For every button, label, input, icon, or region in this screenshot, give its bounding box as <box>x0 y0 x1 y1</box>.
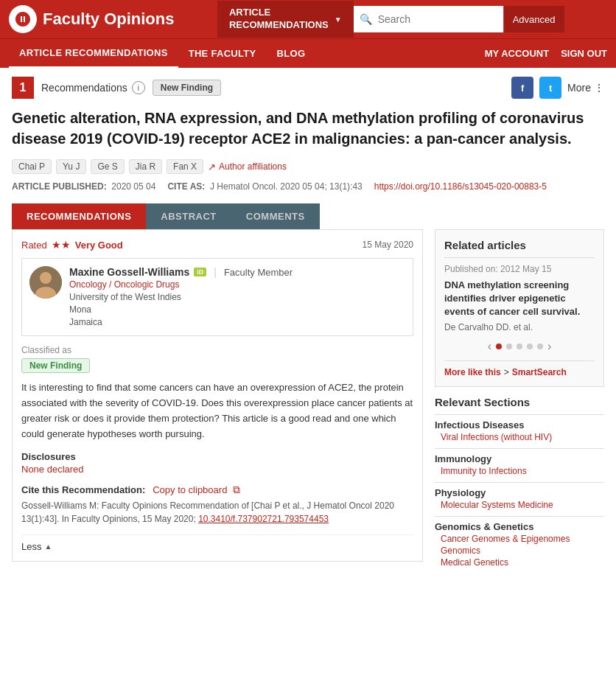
carousel-prev[interactable]: ‹ <box>488 340 491 353</box>
faculty-name: Maxine Gossell-Williams <box>69 266 189 278</box>
smart-search-link[interactable]: SmartSearch <box>512 367 567 377</box>
svg-point-1 <box>40 272 52 284</box>
disclosures-value: None declared <box>21 464 413 475</box>
tab-comments[interactable]: COMMENTS <box>231 203 320 229</box>
more-like-this-link[interactable]: More like this <box>444 367 501 377</box>
tab-abstract[interactable]: ABSTRACT <box>146 203 231 229</box>
doi-link[interactable]: https://doi.org/10.1186/s13045-020-00883… <box>374 181 547 192</box>
carousel-dot-4[interactable] <box>527 344 533 349</box>
rec-card: Rated ★★ Very Good 15 May 2020 <box>12 229 423 562</box>
rating-text: Very Good <box>75 240 123 251</box>
article-rec-label: ARTICLERECOMMENDATIONS <box>229 7 329 32</box>
external-link-icon: ↗ <box>208 161 216 172</box>
sign-out-link[interactable]: SIGN OUT <box>561 48 607 59</box>
search-input[interactable] <box>378 13 503 25</box>
relevant-sections-title: Relevant Sections <box>435 396 604 408</box>
copy-icon[interactable]: ⧉ <box>233 484 240 495</box>
cat-infectious: Infectious Diseases <box>435 414 604 430</box>
carousel-dot-5[interactable] <box>537 344 543 349</box>
authors-row: Chai P Yu J Ge S Jia R Fan X ↗ Author af… <box>12 159 604 174</box>
cite-text: Gossell-Williams M: Faculty Opinions Rec… <box>21 499 413 526</box>
faculty-name-row: Maxine Gossell-Williams iD | Faculty Mem… <box>69 266 405 278</box>
article-rec-dropdown[interactable]: ARTICLERECOMMENDATIONS ▼ <box>217 1 354 38</box>
facebook-button[interactable]: f <box>511 77 533 99</box>
classified-label: Classified as <box>21 345 413 355</box>
article-title: Genetic alteration, RNA expression, and … <box>12 108 604 149</box>
nav-item-faculty[interactable]: THE FACULTY <box>178 39 267 69</box>
more-button[interactable]: More ⋮ <box>567 82 604 94</box>
info-icon[interactable]: i <box>132 81 145 94</box>
subcat-medical-genetics[interactable]: Medical Genetics <box>435 557 604 568</box>
subcat-genomics[interactable]: Genomics <box>435 545 604 556</box>
cite-as: CITE AS: J Hematol Oncol. 2020 05 04; 13… <box>167 181 362 192</box>
cite-this-label: Cite this Recommendation: <box>21 484 145 495</box>
subcat-viral[interactable]: Viral Infections (without HIV) <box>435 432 604 442</box>
my-account-link[interactable]: MY ACCOUNT <box>485 48 549 59</box>
tab-recommendations[interactable]: RECOMMENDATIONS <box>12 203 146 229</box>
faculty-role: Faculty Member <box>224 267 293 278</box>
cat-genomics: Genomics & Genetics <box>435 516 604 532</box>
content-wrap: 1 Recommendations i New Finding f t More… <box>0 68 616 578</box>
top-header: Faculty Opinions ARTICLERECOMMENDATIONS … <box>0 0 616 38</box>
related-articles-title: Related articles <box>444 239 595 251</box>
two-col-layout: Rated ★★ Very Good 15 May 2020 <box>12 229 604 569</box>
subcat-cancer-genomes[interactable]: Cancer Genomes & Epigenomes <box>435 534 604 544</box>
faculty-affiliation: University of the West Indies Mona Jamai… <box>69 291 405 328</box>
copy-to-clipboard-link[interactable]: Copy to clipboard <box>153 484 227 495</box>
rec-count: 1 <box>12 77 34 99</box>
disclosures-label: Disclosures <box>21 451 413 462</box>
faculty-avatar <box>29 266 62 299</box>
author-ge: Ge S <box>91 159 124 174</box>
logo-area: Faculty Opinions <box>9 5 174 33</box>
related-pub-date: Published on: 2012 May 15 <box>444 257 595 274</box>
author-affiliations-link[interactable]: ↗ Author affiliations <box>208 161 287 172</box>
carousel-dot-3[interactable] <box>517 344 522 349</box>
rated-row: Rated ★★ Very Good <box>21 239 123 251</box>
carousel-dot-2[interactable] <box>506 344 512 349</box>
relevant-sections: Relevant Sections Infectious Diseases Vi… <box>435 396 604 568</box>
orcid-badge: iD <box>194 268 206 276</box>
more-like-row: More like this > SmartSearch <box>444 360 595 377</box>
twitter-button[interactable]: t <box>539 77 561 99</box>
author-jia: Jia R <box>129 159 162 174</box>
nav-item-blog[interactable]: BLOG <box>267 39 316 69</box>
tabs-row: RECOMMENDATIONS ABSTRACT COMMENTS <box>12 203 604 229</box>
cite-doi-link[interactable]: 10.3410/f.737902721.793574453 <box>198 514 329 524</box>
logo-text: Faculty Opinions <box>43 10 174 29</box>
carousel-next[interactable]: › <box>547 340 551 353</box>
stars: ★★ <box>52 239 71 251</box>
article-meta: ARTICLE PUBLISHED: 2020 05 04 CITE AS: J… <box>12 181 604 192</box>
disclosures-section: Disclosures None declared <box>21 451 413 475</box>
related-article-author: De Carvalho DD. et al. <box>444 322 595 332</box>
nav-right: MY ACCOUNT SIGN OUT <box>485 48 607 59</box>
published-label: ARTICLE PUBLISHED: 2020 05 04 <box>12 181 155 192</box>
header-center: ARTICLERECOMMENDATIONS ▼ 🔍 Advanced <box>174 1 607 38</box>
advanced-button[interactable]: Advanced <box>503 6 564 32</box>
rec-date: 15 May 2020 <box>363 240 413 250</box>
new-finding-badge: New Finding <box>153 80 221 96</box>
faculty-card: Maxine Gossell-Williams iD | Faculty Mem… <box>21 258 413 336</box>
logo-icon[interactable] <box>9 5 37 33</box>
author-fan: Fan X <box>167 159 203 174</box>
nav-item-article-rec[interactable]: ARTICLE RECOMMENDATIONS <box>9 39 178 69</box>
rated-label: Rated <box>21 240 47 251</box>
social-icons: f t More ⋮ <box>511 77 604 99</box>
faculty-divider: | <box>214 266 217 278</box>
nav-left: ARTICLE RECOMMENDATIONS THE FACULTY BLOG <box>9 39 315 69</box>
faculty-specialty: Oncology / Oncologic Drugs <box>69 279 405 290</box>
author-yu: Yu J <box>56 159 86 174</box>
carousel-dot-1[interactable] <box>496 344 502 349</box>
article-header-row: 1 Recommendations i New Finding f t More… <box>12 77 604 99</box>
recommendations-badge: Recommendations i <box>41 81 145 94</box>
main-col: Rated ★★ Very Good 15 May 2020 <box>12 229 423 569</box>
subcat-immunity[interactable]: Immunity to Infections <box>435 466 604 476</box>
subcat-molecular[interactable]: Molecular Systems Medicine <box>435 500 604 510</box>
dropdown-arrow-icon: ▼ <box>335 15 342 24</box>
classified-section: Classified as New Finding <box>21 345 413 373</box>
more-dots-icon: ⋮ <box>594 82 604 94</box>
cat-physiology: Physiology <box>435 482 604 498</box>
faculty-info: Maxine Gossell-Williams iD | Faculty Mem… <box>69 266 405 328</box>
rec-text: It is interesting to find that some canc… <box>21 380 413 442</box>
less-button[interactable]: Less ▲ <box>21 534 413 552</box>
carousel-nav: ‹ › <box>444 340 595 353</box>
